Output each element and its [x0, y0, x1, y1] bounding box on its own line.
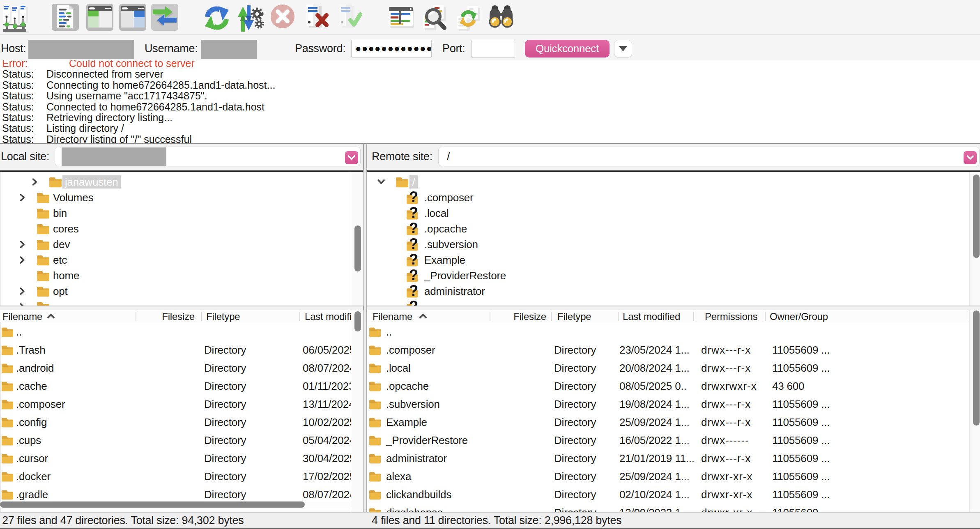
svg-text:?: ?	[409, 299, 418, 306]
svg-text:?: ?	[409, 253, 418, 267]
svg-text:?: ?	[409, 237, 418, 252]
svg-text:?: ?	[409, 190, 418, 205]
svg-text:?: ?	[409, 206, 418, 221]
svg-text:?: ?	[409, 221, 418, 236]
svg-text:?: ?	[409, 284, 418, 299]
svg-text:?: ?	[409, 268, 418, 283]
